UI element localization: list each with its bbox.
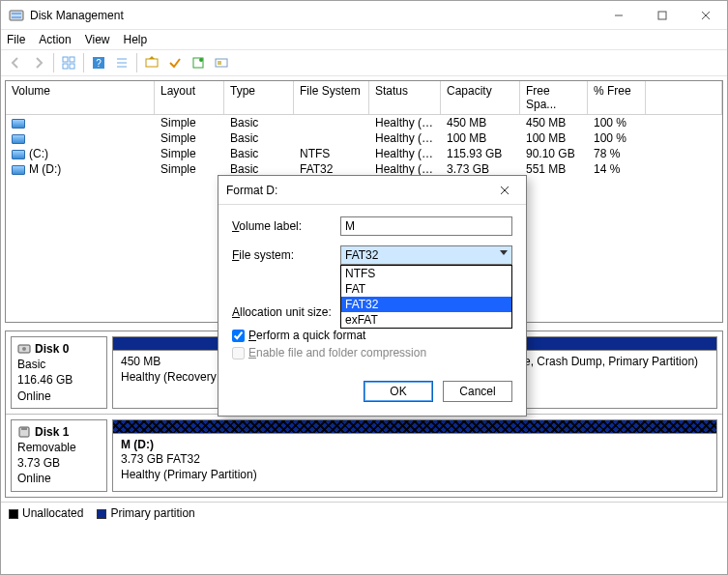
chevron-down-icon xyxy=(500,250,508,255)
file-system-combo[interactable]: FAT32 xyxy=(340,245,512,265)
enable-compression-checkbox: Enable file and folder compression xyxy=(232,346,512,359)
fs-option-fat32[interactable]: FAT32 xyxy=(341,297,511,312)
cancel-button[interactable]: Cancel xyxy=(443,381,512,402)
allocation-size-label: Allocation unit size: xyxy=(232,305,340,319)
dialog-title: Format D: xyxy=(226,184,491,197)
quick-format-checkbox[interactable]: Perform a quick format xyxy=(232,329,512,342)
ok-button[interactable]: OK xyxy=(364,381,433,402)
fs-option-fat[interactable]: FAT xyxy=(341,281,511,297)
file-system-label: File system: xyxy=(232,248,340,262)
fs-option-ntfs[interactable]: NTFS xyxy=(341,266,511,281)
fs-option-exfat[interactable]: exFAT xyxy=(341,312,511,328)
file-system-dropdown[interactable]: NTFS FAT FAT32 exFAT xyxy=(340,265,512,329)
volume-label-label: Volume label: xyxy=(232,219,340,233)
format-dialog: Format D: Volume label: File system: FAT… xyxy=(218,175,527,417)
dialog-close-button[interactable] xyxy=(491,177,518,204)
volume-label-input[interactable] xyxy=(340,216,512,236)
